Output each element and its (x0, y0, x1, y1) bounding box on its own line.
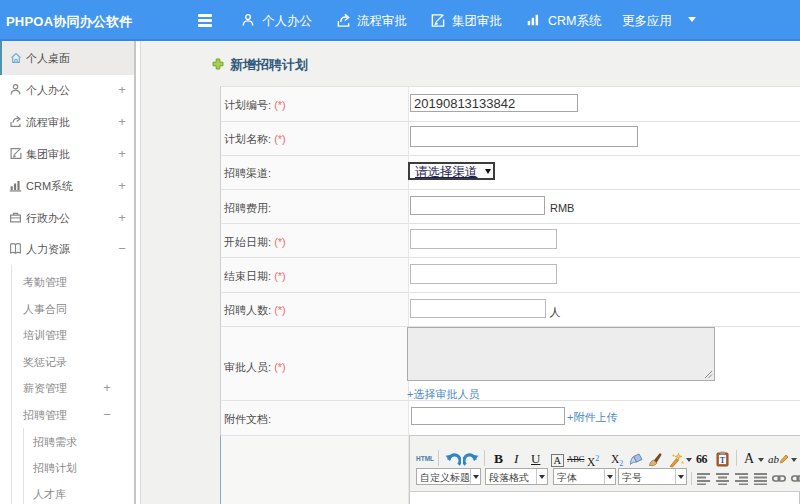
svg-text:T: T (720, 456, 726, 465)
